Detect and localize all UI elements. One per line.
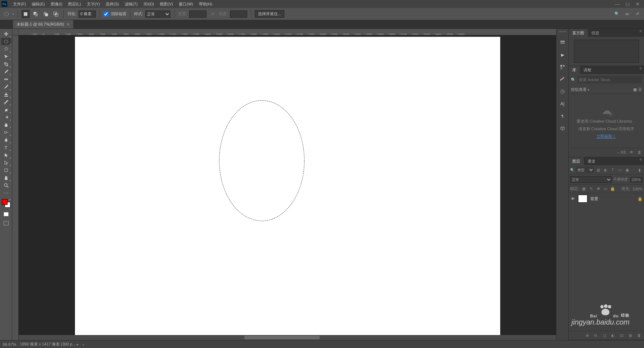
menu-select[interactable]: 选择(S) bbox=[103, 0, 122, 8]
share-icon[interactable]: ↗ bbox=[633, 10, 641, 18]
window-restore-button[interactable]: ◻ bbox=[622, 1, 632, 7]
filter-type-icon[interactable]: T bbox=[610, 167, 616, 173]
library-view-label[interactable]: 按组查看 ▾ bbox=[571, 87, 589, 92]
paragraph-panel-icon[interactable]: ¶ bbox=[559, 113, 566, 120]
history-panel-icon[interactable] bbox=[559, 88, 566, 95]
panel-menu-icon[interactable]: ≡ bbox=[638, 66, 644, 74]
selection-subtract-icon[interactable] bbox=[42, 10, 50, 18]
selection-add-icon[interactable] bbox=[32, 10, 40, 18]
layer-lock-icon[interactable]: 🔒 bbox=[638, 197, 643, 201]
filter-toggle-icon[interactable]: ▮ bbox=[637, 167, 643, 173]
new-fill-layer-icon[interactable]: ◐ bbox=[610, 332, 616, 338]
antialias-checkbox[interactable] bbox=[103, 12, 108, 17]
healing-tool[interactable] bbox=[1, 76, 11, 83]
3d-panel-icon[interactable] bbox=[559, 125, 566, 132]
lasso-tool[interactable] bbox=[1, 45, 11, 53]
brush-tool[interactable] bbox=[1, 83, 11, 91]
lock-artboard-icon[interactable]: ▭ bbox=[603, 186, 608, 191]
tab-library[interactable]: 库 bbox=[569, 66, 580, 74]
actions-panel-icon[interactable]: ▶ bbox=[559, 51, 566, 58]
color-panel-icon[interactable] bbox=[559, 39, 566, 46]
lock-pixels-icon[interactable]: ✎ bbox=[589, 186, 594, 191]
tab-layers[interactable]: 图层 bbox=[569, 157, 584, 165]
gradient-tool[interactable] bbox=[1, 114, 11, 121]
eraser-tool[interactable] bbox=[1, 106, 11, 113]
chevron-left-icon[interactable]: ◂ bbox=[82, 343, 84, 346]
foreground-color[interactable] bbox=[2, 199, 8, 205]
pen-tool[interactable] bbox=[1, 136, 11, 144]
list-view-icon[interactable]: ☰ bbox=[638, 87, 642, 92]
panel-grab-icon[interactable] bbox=[559, 31, 567, 32]
workspace-icon[interactable]: ▭ bbox=[623, 10, 631, 18]
edit-toolbar[interactable]: ⋯ bbox=[1, 189, 11, 197]
horizontal-scrollbar[interactable] bbox=[19, 335, 556, 340]
window-close-button[interactable]: ✕ bbox=[632, 1, 643, 7]
panel-menu-icon[interactable]: ≡ bbox=[638, 157, 644, 165]
history-brush-tool[interactable] bbox=[1, 98, 11, 106]
lock-all-icon[interactable]: 🔒 bbox=[610, 186, 615, 191]
filter-smart-icon[interactable]: ▣ bbox=[624, 167, 630, 173]
opacity-value[interactable]: 100% bbox=[630, 177, 643, 182]
brushes-panel-icon[interactable] bbox=[559, 76, 566, 83]
panel-menu-icon[interactable]: ≡ bbox=[638, 29, 644, 37]
standard-mode-icon[interactable] bbox=[1, 211, 11, 217]
filter-adjust-icon[interactable]: ◐ bbox=[603, 167, 608, 173]
feather-input[interactable] bbox=[79, 10, 96, 18]
current-tool-indicator[interactable] bbox=[3, 10, 10, 18]
lock-position-icon[interactable]: ✥ bbox=[596, 186, 601, 191]
crop-tool[interactable] bbox=[1, 61, 11, 68]
document-info[interactable]: 1890 像素 x 1417 像素 (300 p... ▸ bbox=[20, 342, 79, 347]
layer-name[interactable]: 背景 bbox=[590, 196, 635, 202]
grid-view-icon[interactable]: ▦ bbox=[633, 87, 637, 92]
quick-select-tool[interactable] bbox=[1, 53, 11, 60]
layer-filter-type[interactable]: 类型 bbox=[576, 167, 594, 173]
delete-layer-icon[interactable]: 🗑 bbox=[636, 332, 642, 338]
eyedropper-tool[interactable] bbox=[1, 68, 11, 75]
horizontal-scroll-thumb[interactable] bbox=[244, 336, 320, 339]
menu-3d[interactable]: 3D(D) bbox=[141, 0, 157, 8]
menu-type[interactable]: 文字(Y) bbox=[84, 0, 103, 8]
type-tool[interactable]: T bbox=[1, 144, 11, 151]
menu-layer[interactable]: 图层(L) bbox=[65, 0, 84, 8]
layer-fx-icon[interactable]: fx bbox=[593, 332, 599, 338]
character-panel-icon[interactable]: A| bbox=[559, 100, 566, 107]
zoom-level[interactable]: 66.67% bbox=[3, 342, 16, 347]
swatches-panel-icon[interactable] bbox=[559, 63, 566, 71]
selection-intersect-icon[interactable] bbox=[52, 10, 60, 18]
canvas-viewport[interactable] bbox=[19, 35, 556, 340]
shape-tool[interactable] bbox=[1, 167, 11, 174]
select-and-mask-button[interactable]: 选择并遮住... bbox=[255, 10, 284, 18]
dodge-tool[interactable] bbox=[1, 129, 11, 136]
color-swatches[interactable]: ⤺ bbox=[1, 198, 11, 208]
library-update-link[interactable]: 立即获取！ bbox=[596, 134, 616, 139]
tab-info[interactable]: 信息 bbox=[588, 29, 603, 37]
menu-edit[interactable]: 编辑(E) bbox=[29, 0, 48, 8]
menu-filter[interactable]: 滤镜(T) bbox=[122, 0, 141, 8]
menu-image[interactable]: 图像(I) bbox=[48, 0, 65, 8]
lock-transparency-icon[interactable]: ▦ bbox=[581, 186, 586, 191]
tab-channels[interactable]: 通道 bbox=[584, 157, 599, 165]
menu-file[interactable]: 文件(F) bbox=[10, 0, 29, 8]
layer-visibility-icon[interactable]: 👁 bbox=[570, 197, 575, 201]
ruler-vertical[interactable] bbox=[12, 35, 19, 340]
filter-pixel-icon[interactable]: ▧ bbox=[595, 167, 601, 173]
ruler-origin[interactable] bbox=[12, 29, 19, 35]
window-minimize-button[interactable]: — bbox=[612, 1, 622, 7]
ruler-horizontal[interactable]: -100010020030040050060070080090010001100… bbox=[19, 29, 556, 35]
swap-colors-icon[interactable]: ⤺ bbox=[9, 198, 11, 202]
menu-window[interactable]: 窗口(W) bbox=[176, 0, 196, 8]
stamp-tool[interactable] bbox=[1, 91, 11, 98]
screen-mode-icon[interactable] bbox=[1, 220, 11, 226]
menu-view[interactable]: 视图(V) bbox=[157, 0, 176, 8]
zoom-tool[interactable] bbox=[1, 182, 11, 189]
filter-shape-icon[interactable]: ▭ bbox=[617, 167, 623, 173]
blend-mode-select[interactable]: 正常 bbox=[570, 176, 612, 183]
direct-select-tool[interactable] bbox=[1, 159, 11, 166]
blur-tool[interactable] bbox=[1, 121, 11, 128]
move-tool[interactable] bbox=[1, 30, 11, 38]
search-icon[interactable]: 🔍 bbox=[613, 10, 621, 18]
link-layers-icon[interactable]: ⊕ bbox=[584, 332, 590, 338]
document-canvas[interactable] bbox=[75, 37, 500, 340]
library-trash-icon[interactable]: 🗑 bbox=[637, 150, 642, 155]
style-select[interactable]: 正常 bbox=[145, 10, 170, 18]
